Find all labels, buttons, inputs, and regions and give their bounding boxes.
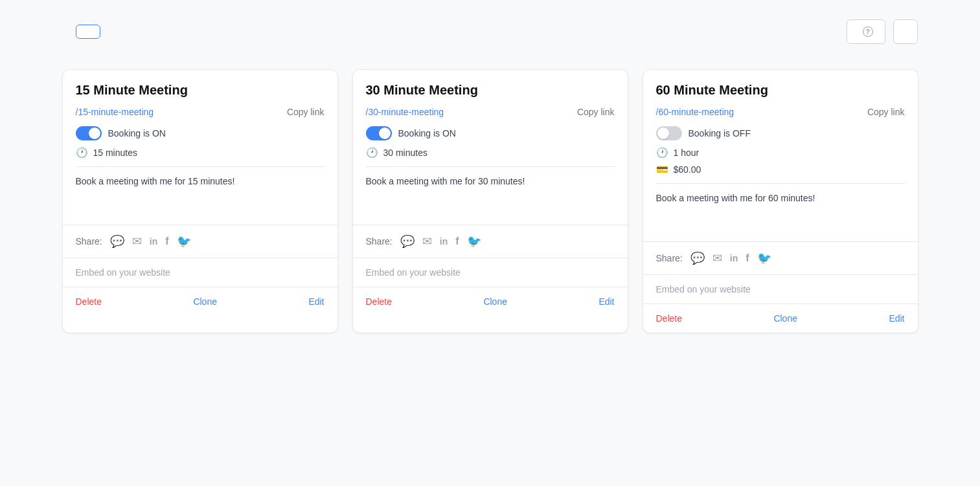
clock-icon: 🕐 [366,147,378,159]
email-icon[interactable]: ✉ [712,251,722,265]
toggle-knob [657,127,669,139]
card-toggle-row: Booking is ON [366,126,615,140]
header-left [63,25,100,39]
delete-button[interactable]: Delete [76,296,102,307]
chat-icon[interactable]: 💬 [690,251,705,265]
duration-value: 1 hour [674,148,700,158]
page-container: ? 15 Minute Meeting /15-minute-meeting C… [37,0,944,352]
header-right: ? [847,19,918,44]
create-booking-button[interactable] [76,25,100,39]
duration-value: 30 minutes [383,148,427,158]
delete-button[interactable]: Delete [366,296,392,307]
price-row: 💳 $60.00 [656,164,905,175]
price-icon: 💳 [656,164,668,175]
copy-link-button[interactable]: Copy link [577,107,615,117]
embed-row[interactable]: Embed on your website [353,258,628,287]
linkedin-icon[interactable]: in [150,236,157,247]
copy-link-button[interactable]: Copy link [867,107,905,117]
card-body: 15 Minute Meeting /15-minute-meeting Cop… [63,70,337,225]
duration-row: 🕐 1 hour [656,147,905,159]
email-icon[interactable]: ✉ [422,234,432,249]
linkedin-icon[interactable]: in [730,253,738,263]
chat-icon[interactable]: 💬 [400,234,415,249]
twitter-icon[interactable]: 🐦 [757,251,771,265]
toggle-knob [89,127,100,139]
description-text: Book a meeting with me for 30 minutes! [366,176,525,186]
booking-status-label: Booking is ON [108,128,166,138]
twitter-icon[interactable]: 🐦 [177,234,191,249]
price-value: $60.00 [674,164,701,175]
edit-button[interactable]: Edit [308,296,324,307]
booking-status-label: Booking is ON [398,128,456,138]
chat-icon[interactable]: 💬 [110,234,124,249]
card-description: Book a meeting with me for 30 minutes! [366,166,615,225]
clone-button[interactable]: Clone [483,296,507,307]
card-link[interactable]: /30-minute-meeting [366,107,444,117]
share-label: Share: [366,236,393,247]
card-link-row: /60-minute-meeting Copy link [656,107,905,117]
email-icon[interactable]: ✉ [132,234,142,249]
edit-button[interactable]: Edit [889,313,904,324]
booking-toggle[interactable] [76,126,102,140]
card-title: 60 Minute Meeting [656,83,905,98]
share-row: Share: 💬 ✉ in f 🐦 [643,241,918,274]
embed-row[interactable]: Embed on your website [63,258,337,287]
card-actions-row: Delete Clone Edit [353,287,628,316]
page-header: ? [63,19,918,44]
card-link[interactable]: /15-minute-meeting [76,107,154,117]
card-link-row: /15-minute-meeting Copy link [76,107,325,117]
cards-grid: 15 Minute Meeting /15-minute-meeting Cop… [63,70,918,333]
clock-icon: 🕐 [656,147,668,159]
delete-button[interactable]: Delete [656,313,682,324]
clone-button[interactable]: Clone [773,313,797,324]
clone-button[interactable]: Clone [193,296,217,307]
description-text: Book a meeting with me for 15 minutes! [76,176,235,186]
facebook-icon[interactable]: f [455,236,459,247]
view-bookings-button[interactable] [893,19,918,44]
booking-toggle[interactable] [656,126,682,140]
facebook-icon[interactable]: f [165,236,168,247]
toggle-knob [379,127,391,139]
card-body: 30 Minute Meeting /30-minute-meeting Cop… [353,70,628,225]
card-actions-row: Delete Clone Edit [63,287,337,316]
booking-status-label: Booking is OFF [689,128,751,138]
share-label: Share: [656,253,683,263]
twitter-icon[interactable]: 🐦 [467,234,481,249]
card-toggle-row: Booking is OFF [656,126,905,140]
facebook-icon[interactable]: f [746,252,749,264]
card-title: 30 Minute Meeting [366,83,615,98]
card-toggle-row: Booking is ON [76,126,325,140]
share-row: Share: 💬 ✉ in f 🐦 [353,225,628,258]
booking-card-card-15: 15 Minute Meeting /15-minute-meeting Cop… [63,70,337,333]
linkedin-icon[interactable]: in [440,236,448,247]
booking-card-card-30: 30 Minute Meeting /30-minute-meeting Cop… [353,70,628,333]
card-actions-row: Delete Clone Edit [643,304,918,333]
embed-row[interactable]: Embed on your website [643,274,918,304]
edit-button[interactable]: Edit [598,296,614,307]
clock-icon: 🕐 [76,147,88,159]
share-row: Share: 💬 ✉ in f 🐦 [63,225,337,258]
card-description: Book a meeting with me for 60 minutes! [656,183,905,241]
card-link[interactable]: /60-minute-meeting [656,107,735,117]
duration-row: 🕐 30 minutes [366,147,615,159]
help-icon[interactable]: ? [863,27,873,37]
duration-row: 🕐 15 minutes [76,147,325,159]
duration-value: 15 minutes [93,148,137,158]
description-text: Book a meeting with me for 60 minutes! [656,193,815,203]
embed-booking-button[interactable]: ? [847,19,885,44]
card-body: 60 Minute Meeting /60-minute-meeting Cop… [643,70,918,241]
copy-link-button[interactable]: Copy link [287,107,325,117]
booking-toggle[interactable] [366,126,392,140]
card-link-row: /30-minute-meeting Copy link [366,107,615,117]
card-title: 15 Minute Meeting [76,83,325,98]
booking-card-card-60: 60 Minute Meeting /60-minute-meeting Cop… [643,70,918,333]
share-label: Share: [76,236,102,247]
card-description: Book a meeting with me for 15 minutes! [76,166,325,225]
